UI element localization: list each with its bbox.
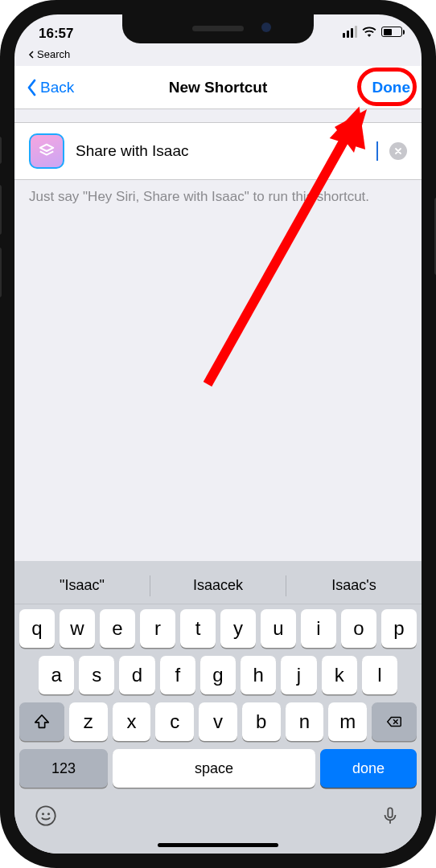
keyboard: "Isaac" Isaacek Isaac's q w e r t y u i … [14,561,422,854]
key-e[interactable]: e [100,609,135,648]
key-u[interactable]: u [261,609,296,648]
keyboard-done-key[interactable]: done [320,749,417,788]
status-time: 16:57 [39,26,73,42]
shortcut-icon[interactable] [29,133,64,169]
key-v[interactable]: v [199,702,237,741]
prediction-2[interactable]: Isaacek [150,577,286,594]
home-indicator[interactable] [158,843,278,847]
key-j[interactable]: j [281,656,316,694]
key-n[interactable]: n [286,702,324,741]
key-s[interactable]: s [79,656,114,694]
key-d[interactable]: d [119,656,154,694]
page-title: New Shortcut [14,79,422,96]
key-q[interactable]: q [19,609,55,648]
emoji-button[interactable] [34,804,58,828]
key-z[interactable]: z [69,702,108,741]
shift-key[interactable] [19,702,64,741]
back-button[interactable]: Back [26,79,74,96]
key-l[interactable]: l [362,656,397,694]
battery-icon [381,27,402,37]
key-k[interactable]: k [322,656,357,694]
clear-text-button[interactable] [389,142,407,160]
key-h[interactable]: h [241,656,276,694]
cellular-icon [343,26,357,38]
svg-rect-6 [388,808,392,817]
key-f[interactable]: f [160,656,195,694]
key-y[interactable]: y [220,609,256,648]
key-c[interactable]: c [155,702,194,741]
key-o[interactable]: o [341,609,376,648]
key-p[interactable]: p [381,609,417,648]
wifi-icon [362,27,376,38]
key-x[interactable]: x [113,702,151,741]
dictation-button[interactable] [378,804,402,828]
key-i[interactable]: i [301,609,336,648]
space-key[interactable]: space [113,749,315,788]
svg-point-4 [42,813,44,815]
svg-point-3 [36,806,55,825]
siri-hint-text: Just say "Hey Siri, Share with Isaac" to… [29,188,407,207]
key-t[interactable]: t [180,609,216,648]
key-a[interactable]: a [39,656,74,694]
key-r[interactable]: r [140,609,175,648]
key-b[interactable]: b [242,702,281,741]
prediction-1[interactable]: "Isaac" [14,577,150,594]
status-indicators [343,26,402,38]
prediction-3[interactable]: Isaac's [286,577,422,594]
delete-key[interactable] [372,702,417,741]
key-g[interactable]: g [200,656,236,694]
text-caret [376,141,378,161]
key-w[interactable]: w [60,609,95,648]
shortcut-name-input[interactable]: Share with Isaac [76,142,378,160]
key-m[interactable]: m [328,702,367,741]
svg-point-5 [47,813,50,815]
numbers-key[interactable]: 123 [19,749,108,788]
done-button[interactable]: Done [372,79,411,96]
